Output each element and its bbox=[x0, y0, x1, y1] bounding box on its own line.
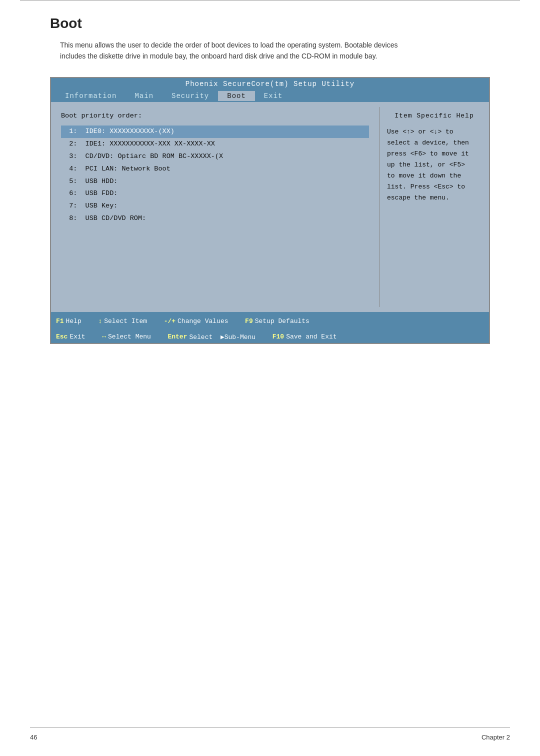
bios-menu-bar: Information Main Security Boot Exit bbox=[51, 90, 489, 102]
label-setup-defaults: Setup Defaults bbox=[255, 318, 310, 325]
key-esc: Esc bbox=[56, 333, 68, 340]
boot-item-6[interactable]: 6: USB FDD: bbox=[61, 188, 369, 200]
label-select-item: Select Item bbox=[104, 318, 154, 325]
page-title: Boot bbox=[50, 16, 490, 32]
label-select-submenu: Select ▶Sub-Menu bbox=[189, 333, 263, 341]
key-enter: Enter bbox=[168, 333, 187, 340]
label-help: Help bbox=[66, 318, 90, 325]
bios-menu-main[interactable]: Main bbox=[126, 91, 162, 101]
bios-help-text: Use <↑> or <↓> to select a device, then … bbox=[387, 126, 482, 204]
bios-body: Boot priority order: 1: IDE0: XXXXXXXXXX… bbox=[51, 102, 489, 312]
bios-menu-exit[interactable]: Exit bbox=[255, 91, 292, 101]
bios-menu-boot[interactable]: Boot bbox=[218, 91, 255, 101]
bios-menu-information[interactable]: Information bbox=[56, 91, 126, 101]
bios-screen: Phoenix SecureCore(tm) Setup Utility Inf… bbox=[50, 77, 490, 344]
label-save-exit: Save and Exit bbox=[286, 333, 336, 340]
label-exit: Exit bbox=[70, 333, 93, 340]
footer-chapter: Chapter 2 bbox=[482, 734, 510, 741]
bios-help-panel: Item Specific Help Use <↑> or <↓> to sel… bbox=[379, 107, 489, 307]
boot-item-1[interactable]: 1: IDE0: XXXXXXXXXXX-(XX) bbox=[61, 126, 369, 138]
key-leftright: ↔ bbox=[102, 333, 106, 340]
bios-help-title: Item Specific Help bbox=[387, 112, 482, 120]
page-footer: 46 Chapter 2 bbox=[30, 727, 510, 741]
label-select-menu: Select Menu bbox=[108, 333, 158, 340]
page-description: This menu allows the user to decide the … bbox=[60, 40, 490, 62]
bios-title-bar: Phoenix SecureCore(tm) Setup Utility bbox=[51, 78, 489, 90]
boot-item-7[interactable]: 7: USB Key: bbox=[61, 200, 369, 212]
bios-statusbar: F1 Help ↕ Select Item -/+ Change Values … bbox=[51, 312, 489, 331]
boot-priority-label: Boot priority order: bbox=[61, 112, 369, 120]
key-f10: F10 bbox=[272, 333, 284, 340]
label-change-values: Change Values bbox=[178, 318, 236, 325]
boot-item-3[interactable]: 3: CD/DVD: Optiarc BD ROM BC-XXXXX-(X bbox=[61, 150, 369, 163]
bios-main-panel: Boot priority order: 1: IDE0: XXXXXXXXXX… bbox=[51, 107, 379, 307]
boot-item-2[interactable]: 2: IDE1: XXXXXXXXXXX-XXX XX-XXXX-XX bbox=[61, 138, 369, 150]
boot-item-4[interactable]: 4: PCI LAN: Network Boot bbox=[61, 163, 369, 176]
boot-item-5[interactable]: 5: USB HDD: bbox=[61, 176, 369, 188]
key-f1: F1 bbox=[56, 318, 64, 325]
footer-page-number: 46 bbox=[30, 734, 37, 741]
key-plusminus: -/+ bbox=[164, 318, 176, 325]
key-updown: ↕ bbox=[98, 318, 102, 325]
boot-item-8[interactable]: 8: USB CD/DVD ROM: bbox=[61, 212, 369, 225]
key-f9: F9 bbox=[245, 318, 253, 325]
bios-menu-security[interactable]: Security bbox=[162, 91, 218, 101]
bios-statusbar-row2: Esc Exit ↔ Select Menu Enter Select ▶Sub… bbox=[51, 331, 489, 343]
